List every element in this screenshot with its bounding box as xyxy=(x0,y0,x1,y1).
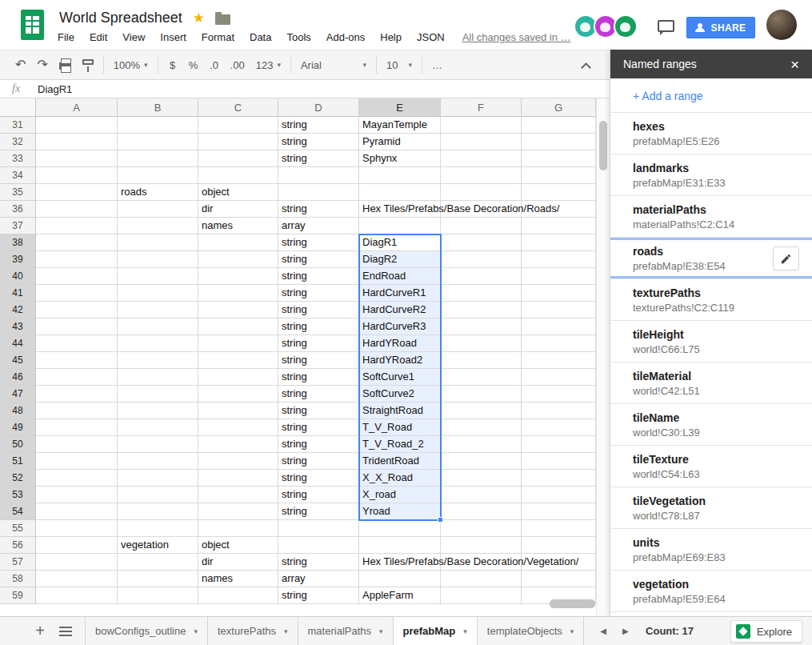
cell-E54[interactable]: Yroad xyxy=(359,503,441,520)
cell-D51[interactable]: string xyxy=(278,453,359,470)
cell-C46[interactable] xyxy=(198,369,278,386)
cell-B52[interactable] xyxy=(118,470,198,487)
grid-corner[interactable] xyxy=(0,98,36,117)
formula-value[interactable]: DiagR1 xyxy=(38,83,72,95)
cell-G32[interactable] xyxy=(522,134,596,150)
cell-A34[interactable] xyxy=(36,167,118,184)
cell-G46[interactable] xyxy=(522,369,596,386)
cell-B39[interactable] xyxy=(118,251,198,268)
cell-A48[interactable] xyxy=(36,403,118,419)
cell-F47[interactable] xyxy=(441,386,522,403)
cell-C31[interactable] xyxy=(198,117,278,134)
user-avatar[interactable] xyxy=(766,10,797,40)
cell-F50[interactable] xyxy=(441,436,522,453)
sheet-tab-materialPaths[interactable]: materialPaths▾ xyxy=(298,617,394,645)
cell-G43[interactable] xyxy=(522,318,596,335)
cell-A40[interactable] xyxy=(36,268,118,285)
cell-F45[interactable] xyxy=(441,352,522,369)
tab-dropdown-icon[interactable]: ▾ xyxy=(463,627,467,635)
cell-A54[interactable] xyxy=(36,503,118,520)
column-header-C[interactable]: C xyxy=(198,98,278,117)
collaborator-avatar-3[interactable] xyxy=(614,14,638,38)
cell-B58[interactable] xyxy=(118,571,198,587)
row-header-58[interactable]: 58 xyxy=(0,571,36,587)
cell-B57[interactable] xyxy=(118,554,198,571)
row-header-37[interactable]: 37 xyxy=(0,218,36,234)
print-button[interactable] xyxy=(54,54,77,75)
cell-A44[interactable] xyxy=(36,335,118,352)
column-header-G[interactable]: G xyxy=(522,98,596,117)
row-header-43[interactable]: 43 xyxy=(0,318,36,335)
cell-D52[interactable]: string xyxy=(278,470,359,487)
cell-E40[interactable]: EndRoad xyxy=(359,268,441,285)
cell-C49[interactable] xyxy=(198,419,278,436)
cell-E33[interactable]: Sphynx xyxy=(359,150,441,167)
active-cell-E38[interactable]: DiagR1 xyxy=(359,234,441,251)
cell-A41[interactable] xyxy=(36,285,118,302)
menu-json[interactable]: JSON xyxy=(417,31,445,43)
cell-A43[interactable] xyxy=(36,318,118,335)
row-header-41[interactable]: 41 xyxy=(0,285,36,302)
cell-D32[interactable]: string xyxy=(278,134,359,150)
edit-range-button[interactable] xyxy=(773,246,799,270)
fill-handle[interactable] xyxy=(438,517,443,523)
sheet-tab-bowConfigs_outline[interactable]: bowConfigs_outline▾ xyxy=(85,617,208,645)
named-range-tileMaterial[interactable]: tileMaterialworld!C42:L51 xyxy=(610,363,812,404)
cell-D37[interactable]: array xyxy=(278,218,359,234)
cell-G49[interactable] xyxy=(522,419,596,436)
cell-C48[interactable] xyxy=(198,403,278,419)
cell-A46[interactable] xyxy=(36,369,118,386)
row-header-42[interactable]: 42 xyxy=(0,302,36,318)
horizontal-scrollbar-thumb[interactable] xyxy=(550,599,595,608)
cell-C58[interactable]: names xyxy=(198,571,278,587)
row-header-33[interactable]: 33 xyxy=(0,150,36,167)
cell-G55[interactable] xyxy=(522,520,596,537)
row-header-49[interactable]: 49 xyxy=(0,419,36,436)
cell-B42[interactable] xyxy=(118,302,198,318)
cell-D35[interactable] xyxy=(278,184,359,201)
zoom-select[interactable]: 100% ▾ xyxy=(108,54,154,75)
cell-B49[interactable] xyxy=(118,419,198,436)
cell-G31[interactable] xyxy=(522,117,596,134)
cell-A33[interactable] xyxy=(36,150,118,167)
tab-scroll-right-button[interactable]: ▶ xyxy=(622,627,629,635)
cell-A49[interactable] xyxy=(36,419,118,436)
cell-E36[interactable]: Hex Tiles/Prefabs/Base Decoration/Roads/ xyxy=(359,201,441,218)
cell-D47[interactable]: string xyxy=(278,386,359,403)
cell-D40[interactable]: string xyxy=(278,268,359,285)
cell-D41[interactable]: string xyxy=(278,285,359,302)
cell-E32[interactable]: Pyramid xyxy=(359,134,441,150)
cell-E41[interactable]: HardCurveR1 xyxy=(359,285,441,302)
cell-F42[interactable] xyxy=(441,302,522,318)
cell-C43[interactable] xyxy=(198,318,278,335)
row-header-47[interactable]: 47 xyxy=(0,386,36,403)
cell-A59[interactable] xyxy=(36,587,118,604)
cell-C52[interactable] xyxy=(198,470,278,487)
cell-D46[interactable]: string xyxy=(278,369,359,386)
cell-G52[interactable] xyxy=(522,470,596,487)
cell-C39[interactable] xyxy=(198,251,278,268)
cell-D38[interactable]: string xyxy=(278,234,359,251)
row-header-46[interactable]: 46 xyxy=(0,369,36,386)
cell-B48[interactable] xyxy=(118,403,198,419)
row-header-39[interactable]: 39 xyxy=(0,251,36,268)
cell-A52[interactable] xyxy=(36,470,118,487)
redo-button[interactable]: ↷ xyxy=(31,54,53,75)
cell-E52[interactable]: X_X_Road xyxy=(359,470,441,487)
cell-D54[interactable]: string xyxy=(278,503,359,520)
cell-D59[interactable]: string xyxy=(278,587,359,604)
cell-C56[interactable]: object xyxy=(198,537,278,554)
cell-B41[interactable] xyxy=(118,285,198,302)
more-formats-button[interactable]: 123 ▾ xyxy=(250,54,286,75)
cell-E34[interactable] xyxy=(359,167,441,184)
column-header-E[interactable]: E xyxy=(359,98,441,117)
cell-C59[interactable] xyxy=(198,587,278,604)
cell-B34[interactable] xyxy=(118,167,198,184)
menu-edit[interactable]: Edit xyxy=(90,31,107,43)
sheet-tab-templateObjects[interactable]: templateObjects▾ xyxy=(478,617,584,645)
cell-E56[interactable] xyxy=(359,537,441,554)
cell-F59[interactable] xyxy=(441,587,522,604)
cell-A42[interactable] xyxy=(36,302,118,318)
row-header-59[interactable]: 59 xyxy=(0,587,36,604)
comment-icon[interactable] xyxy=(658,20,674,32)
